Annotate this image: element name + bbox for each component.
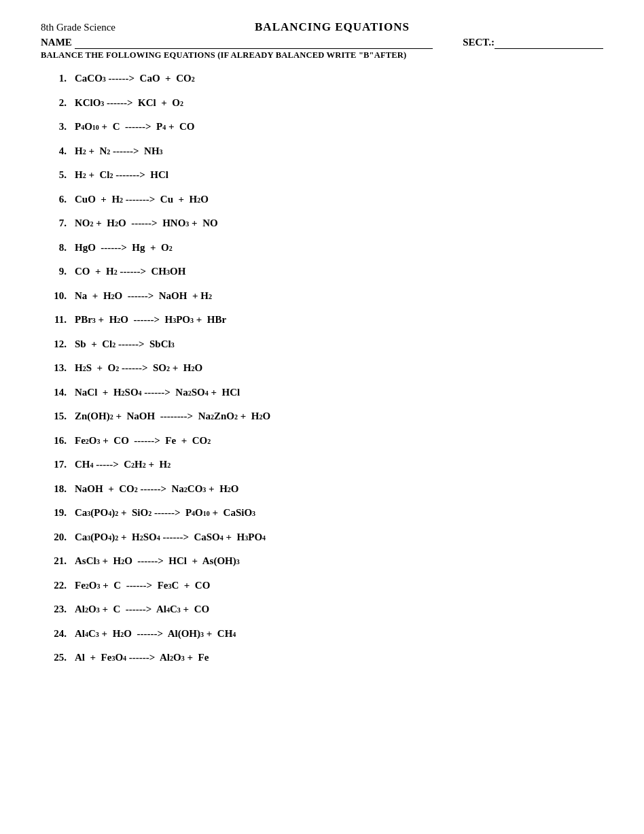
header-row: 8th Grade Science BALANCING EQUATIONS bbox=[41, 20, 603, 34]
equation-row: 18.NaOH + CO2 ------> Na2CO3 + H2O bbox=[41, 481, 603, 498]
equation-row: 19.Ca3(PO4)2 + SiO2 ------> P4O10 + CaSi… bbox=[41, 504, 603, 522]
equation-body: Sb + Cl2 ------> SbCl3 bbox=[75, 336, 175, 353]
equation-number: 8. bbox=[41, 239, 75, 257]
subject-label: 8th Grade Science bbox=[41, 22, 115, 33]
equations-list: 1.CaCO3 ------> CaO + CO22.KClO3 ------>… bbox=[41, 70, 603, 667]
equation-row: 5.H2 + Cl2 -------> HCl bbox=[41, 167, 603, 184]
equation-body: CH4 -----> C2H2 + H2 bbox=[75, 456, 171, 474]
equation-row: 25.Al + Fe3O4 ------> Al2O3 + Fe bbox=[41, 649, 603, 667]
equation-number: 4. bbox=[41, 143, 75, 160]
equation-number: 17. bbox=[41, 456, 75, 474]
equation-row: 14.NaCl + H2SO4 ------> Na2SO4 + HCl bbox=[41, 384, 603, 402]
equation-body: NaCl + H2SO4 ------> Na2SO4 + HCl bbox=[75, 384, 240, 402]
equation-body: P4O10 + C ------> P4 + CO bbox=[75, 118, 194, 136]
equation-body: NO2 + H2O ------> HNO3 + NO bbox=[75, 215, 218, 232]
equation-row: 3.P4O10 + C ------> P4 + CO bbox=[41, 118, 603, 136]
equation-row: 16.Fe2O3 + CO ------> Fe + CO2 bbox=[41, 432, 603, 450]
equation-number: 22. bbox=[41, 577, 75, 595]
equation-body: CO + H2 ------> CH3OH bbox=[75, 263, 185, 281]
equation-number: 21. bbox=[41, 553, 75, 570]
equation-body: Al2O3 + C ------> Al4C3 + CO bbox=[75, 601, 209, 619]
equation-number: 11. bbox=[41, 311, 75, 329]
sect-underline[interactable] bbox=[495, 37, 603, 49]
equation-number: 20. bbox=[41, 529, 75, 546]
equation-body: AsCl3 + H2O ------> HCl + As(OH)3 bbox=[75, 553, 240, 570]
equation-number: 14. bbox=[41, 384, 75, 402]
equation-row: 10.Na + H2O ------> NaOH + H2 bbox=[41, 288, 603, 305]
equation-body: Ca3(PO4)2 + H2SO4 ------> CaSO4 + H3PO4 bbox=[75, 529, 266, 546]
equation-number: 7. bbox=[41, 215, 75, 232]
equation-row: 20.Ca3(PO4)2 + H2SO4 ------> CaSO4 + H3P… bbox=[41, 529, 603, 546]
equation-row: 12.Sb + Cl2 ------> SbCl3 bbox=[41, 336, 603, 353]
equation-row: 9.CO + H2 ------> CH3OH bbox=[41, 263, 603, 281]
equation-row: 1.CaCO3 ------> CaO + CO2 bbox=[41, 70, 603, 88]
equation-number: 23. bbox=[41, 601, 75, 619]
page-container: 8th Grade Science BALANCING EQUATIONS NA… bbox=[41, 20, 603, 667]
equation-number: 16. bbox=[41, 432, 75, 450]
name-label: NAME bbox=[41, 37, 72, 48]
equation-number: 5. bbox=[41, 167, 75, 184]
equation-row: 11.PBr3 + H2O ------> H3PO3 + HBr bbox=[41, 311, 603, 329]
equation-number: 9. bbox=[41, 263, 75, 281]
equation-body: H2 + Cl2 -------> HCl bbox=[75, 167, 168, 184]
equation-body: Fe2O3 + C ------> Fe3C + CO bbox=[75, 577, 210, 595]
equation-number: 3. bbox=[41, 118, 75, 136]
equation-body: PBr3 + H2O ------> H3PO3 + HBr bbox=[75, 311, 226, 329]
equation-number: 12. bbox=[41, 336, 75, 353]
name-sect-row: NAME SECT.: bbox=[41, 37, 603, 49]
equation-body: Ca3(PO4)2 + SiO2 ------> P4O10 + CaSiO3 bbox=[75, 504, 255, 522]
equation-row: 22.Fe2O3 + C ------> Fe3C + CO bbox=[41, 577, 603, 595]
equation-body: CuO + H2 -------> Cu + H2O bbox=[75, 191, 209, 209]
equation-row: 13.H2S + O2 ------> SO2 + H2O bbox=[41, 360, 603, 377]
equation-body: HgO ------> Hg + O2 bbox=[75, 239, 173, 257]
equation-body: Al4C3 + H2O ------> Al(OH)3 + CH4 bbox=[75, 625, 236, 643]
equation-row: 4.H2 + N2 ------> NH3 bbox=[41, 143, 603, 160]
equation-number: 6. bbox=[41, 191, 75, 209]
page-title: BALANCING EQUATIONS bbox=[115, 20, 549, 34]
equation-body: NaOH + CO2 ------> Na2CO3 + H2O bbox=[75, 481, 238, 498]
equation-number: 1. bbox=[41, 70, 75, 88]
equation-body: H2S + O2 ------> SO2 + H2O bbox=[75, 360, 202, 377]
equation-body: Na + H2O ------> NaOH + H2 bbox=[75, 288, 212, 305]
equation-number: 19. bbox=[41, 504, 75, 522]
equation-body: CaCO3 ------> CaO + CO2 bbox=[75, 70, 195, 88]
equation-row: 23.Al2O3 + C ------> Al4C3 + CO bbox=[41, 601, 603, 619]
equation-row: 15.Zn(OH)2 + NaOH --------> Na2ZnO2 + H2… bbox=[41, 408, 603, 425]
sect-label: SECT.: bbox=[463, 37, 495, 48]
equation-number: 24. bbox=[41, 625, 75, 643]
equation-row: 17.CH4 -----> C2H2 + H2 bbox=[41, 456, 603, 474]
equation-number: 2. bbox=[41, 94, 75, 112]
equation-row: 21.AsCl3 + H2O ------> HCl + As(OH)3 bbox=[41, 553, 603, 570]
name-underline[interactable] bbox=[75, 37, 433, 49]
equation-number: 10. bbox=[41, 288, 75, 305]
equation-number: 13. bbox=[41, 360, 75, 377]
instructions-text: BALANCE THE FOLLOWING EQUATIONS (IF ALRE… bbox=[41, 50, 603, 60]
equation-body: KClO3 ------> KCl + O2 bbox=[75, 94, 183, 112]
equation-body: Fe2O3 + CO ------> Fe + CO2 bbox=[75, 432, 211, 450]
equation-body: Zn(OH)2 + NaOH --------> Na2ZnO2 + H2O bbox=[75, 408, 270, 425]
equation-row: 24.Al4C3 + H2O ------> Al(OH)3 + CH4 bbox=[41, 625, 603, 643]
equation-number: 15. bbox=[41, 408, 75, 425]
equation-body: Al + Fe3O4 ------> Al2O3 + Fe bbox=[75, 649, 209, 667]
equation-number: 18. bbox=[41, 481, 75, 498]
equation-row: 7.NO2 + H2O ------> HNO3 + NO bbox=[41, 215, 603, 232]
equation-body: H2 + N2 ------> NH3 bbox=[75, 143, 163, 160]
equation-row: 8.HgO ------> Hg + O2 bbox=[41, 239, 603, 257]
equation-row: 6.CuO + H2 -------> Cu + H2O bbox=[41, 191, 603, 209]
equation-row: 2.KClO3 ------> KCl + O2 bbox=[41, 94, 603, 112]
equation-number: 25. bbox=[41, 649, 75, 667]
